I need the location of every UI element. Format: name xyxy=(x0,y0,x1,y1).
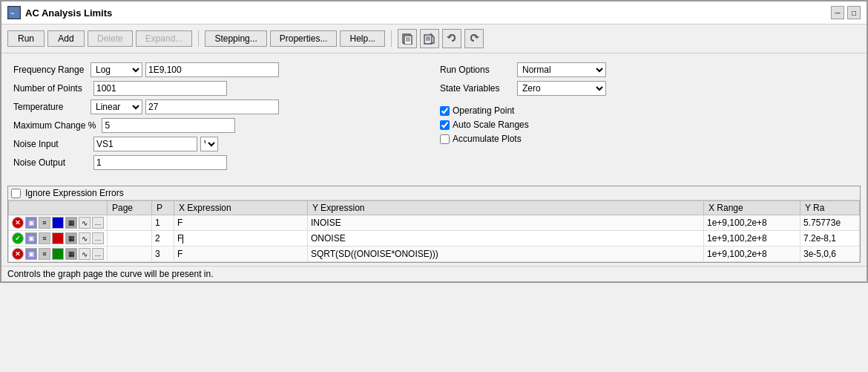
row1-list-icon[interactable]: ≡ xyxy=(39,217,50,229)
col-page: Page xyxy=(108,201,152,215)
table-header-bar: Ignore Expression Errors xyxy=(8,186,860,200)
data-table: Page P X Expression Y Expression X Range… xyxy=(8,200,860,262)
stepping-button[interactable]: Stepping... xyxy=(205,30,266,47)
accumulate-plots-row: Accumulate Plots xyxy=(440,134,855,144)
noise-input-field[interactable] xyxy=(93,137,197,151)
row1-page[interactable] xyxy=(108,215,152,231)
row2-ok-icon[interactable]: ✓ xyxy=(12,232,24,244)
noise-input-select[interactable]: VS1 xyxy=(200,137,218,151)
row3-more-icon[interactable]: … xyxy=(92,248,104,260)
window-icon: ~ xyxy=(7,6,21,19)
copy2-button[interactable] xyxy=(420,29,439,48)
row2-x-range[interactable]: 1e+9,100,2e+8 xyxy=(704,231,800,247)
row3-x-range[interactable]: 1e+9,100,2e+8 xyxy=(704,247,800,262)
title-bar-left: ~ AC Analysis Limits xyxy=(7,6,112,19)
temperature-input[interactable] xyxy=(145,99,279,114)
row2-y-expression[interactable]: ONOISE xyxy=(308,231,704,247)
row3-y-expression[interactable]: SQRT(SD((ONOISE*ONOISE))) xyxy=(308,247,704,262)
row2-red-box-icon[interactable] xyxy=(52,232,64,244)
row2-control-icons: ✓ ▣ ≡ ▦ ∿ … xyxy=(12,232,104,244)
row1-grid-icon[interactable]: ▦ xyxy=(65,217,77,229)
undo-button[interactable] xyxy=(442,29,461,48)
row2-panel-icon[interactable]: ▣ xyxy=(25,232,37,244)
row3-x-expression[interactable]: F xyxy=(174,247,308,262)
row2-more-icon[interactable]: … xyxy=(92,232,104,244)
row1-error-icon[interactable]: ✕ xyxy=(12,217,24,229)
properties-button[interactable]: Properties... xyxy=(270,30,338,47)
row3-y-range[interactable]: 3e-5,0,6 xyxy=(800,247,860,262)
row3-grid-icon[interactable]: ▦ xyxy=(65,248,77,260)
table-header-row: Page P X Expression Y Expression X Range… xyxy=(9,201,860,215)
accumulate-plots-checkbox[interactable] xyxy=(440,134,450,144)
frequency-range-mode-select[interactable]: Log Linear xyxy=(91,62,142,77)
help-button[interactable]: Help... xyxy=(340,30,385,47)
minimize-button[interactable]: ─ xyxy=(831,6,844,19)
row2-grid-icon[interactable]: ▦ xyxy=(65,232,77,244)
row1-y-expression[interactable]: INOISE xyxy=(308,215,704,231)
maximum-change-input[interactable] xyxy=(102,118,235,133)
state-variables-select[interactable]: Zero Leave xyxy=(517,81,606,96)
run-button[interactable]: Run xyxy=(7,30,45,47)
copy1-button[interactable] xyxy=(398,29,417,48)
row2-page[interactable] xyxy=(108,231,152,247)
redo-button[interactable] xyxy=(464,29,484,48)
maximum-change-label: Maximum Change % xyxy=(13,120,96,131)
row3-list-icon[interactable]: ≡ xyxy=(39,248,50,260)
add-button[interactable]: Add xyxy=(47,30,85,47)
number-of-points-label: Number of Points xyxy=(13,83,88,94)
row1-y-range[interactable]: 5.75773e xyxy=(800,215,860,231)
row3-green-box-icon[interactable] xyxy=(52,248,64,260)
row3-page[interactable] xyxy=(108,247,152,262)
frequency-range-row: Frequency Range Log Linear xyxy=(13,62,428,77)
accumulate-plots-label: Accumulate Plots xyxy=(453,134,522,144)
title-bar: ~ AC Analysis Limits ─ □ xyxy=(1,1,867,25)
status-bar: Controls the graph page the curve will b… xyxy=(1,266,867,281)
row3-panel-icon[interactable]: ▣ xyxy=(25,248,37,260)
state-variables-row: State Variables Zero Leave xyxy=(440,81,855,96)
delete-button[interactable]: Delete xyxy=(88,30,133,47)
maximum-change-row: Maximum Change % xyxy=(13,118,428,133)
expand-button[interactable]: Expand... xyxy=(136,30,193,47)
auto-scale-row: Auto Scale Ranges xyxy=(440,120,855,130)
row1-blue-box-icon[interactable] xyxy=(52,217,64,229)
row1-panel-icon[interactable]: ▣ xyxy=(25,217,37,229)
form-right-column: Run Options Normal Save State Variables … xyxy=(434,59,861,177)
col-p: P xyxy=(152,201,174,215)
row2-wave-icon[interactable]: ∿ xyxy=(79,232,91,244)
noise-input-controls: VS1 xyxy=(93,137,218,151)
restore-button[interactable]: □ xyxy=(847,6,861,19)
row2-list-icon[interactable]: ≡ xyxy=(39,232,50,244)
noise-output-row: Noise Output xyxy=(13,155,428,170)
ac-analysis-icon: ~ xyxy=(9,7,19,18)
row2-x-expression[interactable]: F xyxy=(174,231,308,247)
table-container: Page P X Expression Y Expression X Range… xyxy=(8,200,860,262)
row1-more-icon[interactable]: … xyxy=(92,217,104,229)
temperature-label: Temperature xyxy=(13,102,88,112)
row3-error-icon[interactable]: ✕ xyxy=(12,248,24,260)
row1-x-expression[interactable]: F xyxy=(174,215,308,231)
row1-control-icons: ✕ ▣ ≡ ▦ ∿ … xyxy=(12,217,104,229)
col-controls xyxy=(9,201,108,215)
row1-x-range[interactable]: 1e+9,100,2e+8 xyxy=(704,215,800,231)
auto-scale-checkbox[interactable] xyxy=(440,120,450,130)
row1-wave-icon[interactable]: ∿ xyxy=(79,217,91,229)
number-of-points-input[interactable] xyxy=(93,81,227,96)
row2-y-range[interactable]: 7.2e-8,1 xyxy=(800,231,860,247)
form-content: Frequency Range Log Linear Number of Poi… xyxy=(1,53,867,183)
title-bar-controls: ─ □ xyxy=(831,6,861,19)
row3-wave-icon[interactable]: ∿ xyxy=(79,248,91,260)
copy2-icon xyxy=(424,33,435,45)
temperature-mode-select[interactable]: Linear Log xyxy=(91,99,142,114)
table-head: Page P X Expression Y Expression X Range… xyxy=(9,201,860,215)
svg-rect-3 xyxy=(404,36,412,45)
row1-p: 1 xyxy=(152,215,174,231)
operating-point-checkbox[interactable] xyxy=(440,106,450,116)
table-section: Ignore Expression Errors Page P X Expres… xyxy=(7,186,861,263)
row3-p: 3 xyxy=(152,247,174,262)
noise-output-input[interactable] xyxy=(93,155,227,170)
ignore-errors-checkbox[interactable] xyxy=(11,189,21,198)
operating-point-label: Operating Point xyxy=(453,105,514,116)
table-row: ✕ ▣ ≡ ▦ ∿ … 3 F SQRT(SD(( xyxy=(9,247,860,262)
frequency-range-input[interactable] xyxy=(145,62,279,77)
run-options-select[interactable]: Normal Save xyxy=(517,62,606,77)
